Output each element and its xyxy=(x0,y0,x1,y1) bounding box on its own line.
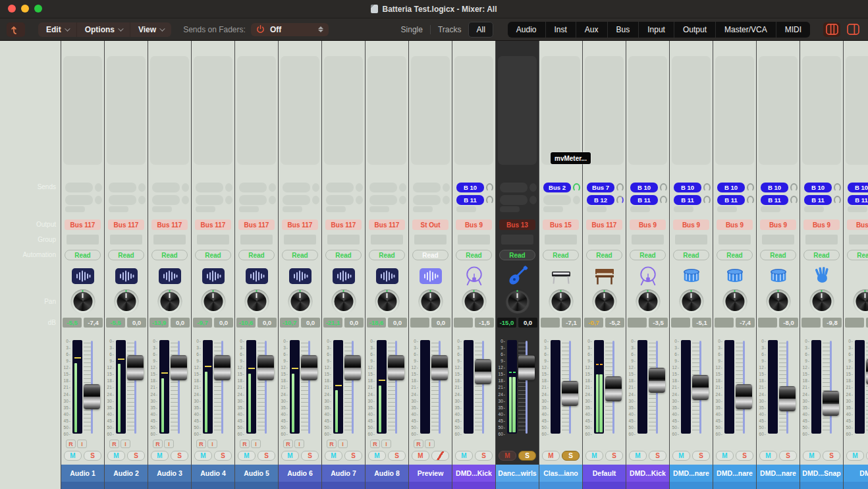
fader-db-readout[interactable]: -9,8 xyxy=(823,318,842,328)
peak-db-readout[interactable]: -13,9 xyxy=(149,318,169,328)
peak-db-readout[interactable] xyxy=(410,318,429,328)
send-level-knob-icon[interactable] xyxy=(269,183,276,192)
peak-db-readout[interactable] xyxy=(845,318,864,328)
filter-midi[interactable]: MIDI xyxy=(776,22,810,38)
send-bus-pill[interactable]: B 11 xyxy=(717,195,745,205)
input-monitor-button[interactable]: I xyxy=(121,440,130,448)
pan-knob[interactable] xyxy=(809,289,834,314)
solo-button[interactable]: S xyxy=(388,451,406,461)
upright-piano-icon[interactable] xyxy=(583,264,626,288)
automation-mode-button[interactable]: Read xyxy=(195,250,231,260)
tab-all[interactable]: All xyxy=(468,22,493,38)
send-bus-pill[interactable] xyxy=(65,183,93,192)
view-menu[interactable]: View xyxy=(130,22,171,37)
send-level-knob-icon[interactable] xyxy=(573,183,580,192)
filter-master-vca[interactable]: Master/VCA xyxy=(716,22,776,38)
track-name[interactable]: DMD...nare xyxy=(713,465,756,482)
send-bus-pill[interactable]: B 11 xyxy=(804,195,832,205)
send-slot-1[interactable] xyxy=(65,182,102,192)
automation-mode-button[interactable]: Read xyxy=(803,250,840,260)
group-slot[interactable] xyxy=(545,235,577,244)
send-slot-2[interactable] xyxy=(239,194,276,205)
audio-fx-area[interactable] xyxy=(324,56,363,165)
fader-track[interactable] xyxy=(482,341,484,434)
solo-button[interactable]: S xyxy=(605,451,623,461)
output-selector[interactable]: Bus 117 xyxy=(108,219,144,230)
filter-inst[interactable]: Inst xyxy=(546,22,576,38)
pan-knob[interactable] xyxy=(592,289,616,314)
input-monitor-button[interactable]: I xyxy=(425,440,435,448)
audio-fx-area[interactable] xyxy=(672,56,711,165)
waveform-icon[interactable] xyxy=(105,264,148,288)
fader-handle[interactable] xyxy=(84,384,100,409)
output-selector[interactable]: Bus 117 xyxy=(369,219,405,230)
group-slot[interactable] xyxy=(501,235,533,244)
send-slot-mini[interactable] xyxy=(543,206,563,212)
peak-db-readout[interactable]: -0,7 xyxy=(584,318,603,328)
send-bus-pill[interactable] xyxy=(413,195,441,205)
waveform-icon[interactable] xyxy=(279,264,321,288)
automation-mode-button[interactable]: Read xyxy=(369,250,405,260)
output-selector[interactable]: Bus 9 xyxy=(847,219,868,230)
send-bus-pill[interactable] xyxy=(326,183,354,192)
snare-icon[interactable] xyxy=(670,264,713,288)
send-slot-mini[interactable] xyxy=(326,206,346,212)
audio-fx-area[interactable] xyxy=(411,56,450,165)
send-bus-pill[interactable] xyxy=(239,183,267,192)
input-monitor-button[interactable]: I xyxy=(164,440,174,448)
solo-button[interactable]: S xyxy=(258,451,275,461)
send-slot-mini[interactable] xyxy=(283,206,302,212)
output-selector[interactable]: St Out xyxy=(412,219,448,230)
send-level-knob-icon[interactable] xyxy=(486,183,493,192)
solo-button[interactable]: S xyxy=(171,451,188,461)
pan-knob[interactable] xyxy=(462,289,486,314)
send-bus-pill[interactable] xyxy=(196,183,223,192)
send-level-knob-icon[interactable] xyxy=(790,196,798,204)
kick-icon[interactable] xyxy=(452,264,495,288)
send-slot-mini[interactable] xyxy=(65,206,85,212)
group-slot[interactable] xyxy=(632,235,664,244)
kick-icon[interactable] xyxy=(626,264,669,288)
record-enable-button[interactable]: R xyxy=(414,440,423,448)
send-level-knob-icon[interactable] xyxy=(95,183,102,192)
group-slot[interactable] xyxy=(153,235,186,244)
solo-button[interactable]: S xyxy=(344,451,362,461)
automation-mode-button[interactable]: Read xyxy=(456,250,492,260)
audio-fx-area[interactable] xyxy=(281,56,319,165)
group-slot[interactable] xyxy=(762,235,794,244)
record-enable-button[interactable]: R xyxy=(327,440,337,448)
record-enable-button[interactable]: R xyxy=(240,440,250,448)
solo-button[interactable]: S xyxy=(823,451,840,461)
track-name[interactable]: DMD...nare xyxy=(670,465,713,482)
send-slot-1[interactable]: Bus 2 xyxy=(543,182,580,192)
audio-fx-area[interactable] xyxy=(585,56,624,165)
output-selector[interactable]: Bus 117 xyxy=(151,219,188,230)
send-level-knob-icon[interactable] xyxy=(486,196,493,204)
send-slot-1[interactable]: B 10 xyxy=(630,182,667,192)
send-slot-2[interactable] xyxy=(283,194,319,205)
fader-db-readout[interactable]: -7,4 xyxy=(736,318,755,328)
audio-fx-area[interactable] xyxy=(150,56,189,165)
fader-handle[interactable] xyxy=(171,355,187,380)
solo-button[interactable]: S xyxy=(736,451,753,461)
send-bus-pill[interactable]: Bus 7 xyxy=(587,183,614,192)
audio-fx-area[interactable] xyxy=(107,56,146,165)
group-slot[interactable] xyxy=(197,235,229,244)
output-selector[interactable]: Bus 117 xyxy=(586,219,622,230)
track-name[interactable]: Audio 2 xyxy=(105,465,148,482)
peak-db-readout[interactable] xyxy=(715,318,734,328)
send-bus-pill[interactable] xyxy=(65,195,93,205)
record-enable-button[interactable]: R xyxy=(109,440,119,448)
fader-handle[interactable] xyxy=(344,355,361,380)
pan-knob[interactable] xyxy=(114,289,138,314)
send-slot-mini[interactable] xyxy=(674,206,693,212)
peak-db-readout[interactable]: -15,0 xyxy=(497,318,516,328)
pan-knob[interactable] xyxy=(244,289,269,314)
peak-db-readout[interactable] xyxy=(671,318,690,328)
peak-db-readout[interactable] xyxy=(801,318,821,328)
mute-button[interactable]: M xyxy=(325,451,342,461)
send-slot-2[interactable]: B 11 xyxy=(761,194,798,205)
fader-handle[interactable] xyxy=(127,355,144,380)
audio-fx-area[interactable] xyxy=(194,56,232,165)
send-bus-pill[interactable]: B 11 xyxy=(761,195,788,205)
